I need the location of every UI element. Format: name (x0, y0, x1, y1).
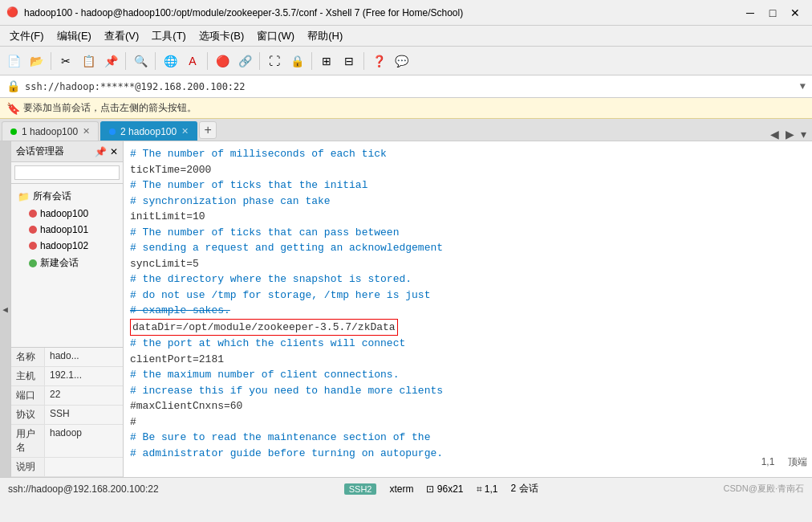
sidebar-header-icons: 📌 ✕ (95, 146, 118, 157)
line-7: # sending a request and getting an ackno… (130, 242, 443, 254)
font-button[interactable]: A (182, 51, 203, 71)
prop-host-row: 主机 192.1... (11, 367, 123, 386)
line-19: # Be sure to read the maintenance sectio… (130, 431, 430, 443)
hadoop102-status-dot (29, 242, 37, 250)
find-button[interactable]: 🔍 (130, 51, 151, 71)
title-text: hadoop100 - hadoop@hadoop100:/opt/module… (24, 7, 740, 18)
reconnect-button[interactable]: 🔗 (234, 51, 255, 71)
watermark-text: CSDN@夏殿·青南石 (724, 483, 804, 495)
cursor-position-display: 1,1 顶端 (761, 455, 807, 469)
sidebar-group-label: 所有会话 (33, 190, 71, 203)
separator3 (155, 52, 156, 70)
terminal[interactable]: # The number of milliseconds of each tic… (124, 141, 812, 477)
search-input[interactable] (14, 165, 120, 180)
tab2-close-icon[interactable]: ✕ (181, 126, 189, 137)
compose-button[interactable]: 💬 (391, 51, 412, 71)
line-17: #maxClientCnxns=60 (130, 400, 242, 412)
cursor-status-text: ⌗ 1,1 (477, 483, 498, 495)
grid-button[interactable]: ⊞ (316, 51, 337, 71)
new-session-button[interactable]: 📄 (3, 51, 24, 71)
line-20: # administrator guide before turning on … (130, 447, 443, 459)
prop-port-label: 端口 (11, 386, 45, 405)
tab-1[interactable]: 1 hadoop100 ✕ (2, 121, 99, 141)
separator6 (311, 52, 312, 70)
menu-window[interactable]: 窗口(W) (250, 27, 301, 45)
menu-help[interactable]: 帮助(H) (301, 27, 349, 45)
tab1-label: 1 hadoop100 (22, 126, 78, 137)
sidebar-item-hadoop101-label: hadoop101 (40, 224, 88, 235)
protocol-badge: SSH2 (344, 483, 377, 495)
sidebar-item-hadoop100[interactable]: hadoop100 (11, 206, 123, 222)
copy-button[interactable]: 📋 (78, 51, 99, 71)
sessions-count: 2 会话 (511, 482, 538, 495)
prop-host-value: 192.1... (45, 367, 123, 385)
line-12: dataDir=/opt/module/zookeeper-3.5.7/zkDa… (130, 321, 398, 333)
menu-file[interactable]: 文件(F) (3, 27, 51, 45)
status-right: CSDN@夏殿·青南石 (724, 483, 804, 495)
status-address: ssh://hadoop@192.168.200.100:22 (8, 483, 159, 495)
sidebar-item-new-session-label: 新建会话 (40, 256, 79, 270)
cut-button[interactable]: ✂ (55, 51, 76, 71)
new-session-status-dot (29, 259, 37, 267)
prop-protocol-label: 协议 (11, 406, 45, 424)
menu-tabs[interactable]: 选项卡(B) (193, 27, 250, 45)
address-dropdown-icon[interactable]: ▼ (800, 81, 806, 92)
new-tab-button[interactable]: + (199, 121, 217, 139)
connect-button[interactable]: 🌐 (160, 51, 181, 71)
open-button[interactable]: 📂 (26, 51, 47, 71)
pin-icon[interactable]: 📌 (95, 146, 107, 157)
sidebar-item-new-session[interactable]: 新建会话 (11, 254, 123, 272)
menu-view[interactable]: 查看(V) (98, 27, 145, 45)
paste-button[interactable]: 📌 (100, 51, 121, 71)
prop-desc-value (45, 458, 123, 476)
lock-button[interactable]: 🔒 (286, 51, 307, 71)
line-5: initLimit=10 (130, 210, 205, 222)
line-2: tickTime=2000 (130, 164, 211, 176)
properties-panel: 名称 hado... 主机 192.1... 端口 22 协议 SSH 用户名 … (11, 347, 123, 477)
tab-menu-icon[interactable]: ▾ (798, 128, 809, 141)
sidebar-item-hadoop101[interactable]: hadoop101 (11, 222, 123, 238)
disconnect-button[interactable]: 🔴 (212, 51, 233, 71)
line-4: # synchronization phase can take (130, 195, 331, 207)
title-bar: 🔴 hadoop100 - hadoop@hadoop100:/opt/modu… (0, 0, 812, 26)
prop-protocol-row: 协议 SSH (11, 406, 123, 425)
sidebar-header: 会话管理器 📌 ✕ (11, 141, 123, 162)
terminal-content: # The number of milliseconds of each tic… (124, 141, 812, 466)
sidebar-group-all[interactable]: 📁 所有会话 (11, 187, 123, 206)
prop-desc-row: 说明 (11, 458, 123, 477)
sidebar-search (11, 162, 123, 184)
tab-prev-icon[interactable]: ◀ (768, 128, 782, 141)
minimize-button[interactable]: ─ (740, 2, 761, 23)
tab2-label: 2 hadoop100 (120, 126, 177, 137)
sidebar-collapse-arrow[interactable]: ◀ (0, 141, 11, 477)
close-button[interactable]: ✕ (785, 2, 806, 23)
tab-next-icon[interactable]: ▶ (783, 128, 797, 141)
info-bar: 🔖 要添加当前会话，点击左侧的箭头按钮。 (0, 98, 812, 119)
prop-username-value: hadoop (45, 425, 123, 457)
line-9: # the directory where the snapshot is st… (130, 273, 412, 285)
sidebar-item-hadoop100-label: hadoop100 (40, 208, 88, 219)
tab-bar: 1 hadoop100 ✕ 2 hadoop100 ✕ + ◀ ▶ ▾ (0, 119, 812, 141)
tab1-close-icon[interactable]: ✕ (83, 126, 90, 137)
maximize-button[interactable]: □ (762, 2, 783, 23)
content-wrapper: ◀ 会话管理器 📌 ✕ 📁 所有会话 hadoop100 hadoop101 (0, 141, 812, 477)
fullscreen-button[interactable]: ⛶ (264, 51, 285, 71)
help-button[interactable]: ❓ (368, 51, 389, 71)
datadir-highlight: dataDir=/opt/module/zookeeper-3.5.7/zkDa… (130, 319, 398, 336)
menu-edit[interactable]: 编辑(E) (51, 27, 98, 45)
cursor-status-icon: ⌗ (477, 483, 482, 495)
tab1-dot (10, 128, 17, 135)
sidebar-title: 会话管理器 (16, 145, 64, 158)
encoding-text: xterm (389, 483, 413, 495)
sidebar-item-hadoop102[interactable]: hadoop102 (11, 238, 123, 254)
separator1 (51, 52, 51, 70)
tab-2[interactable]: 2 hadoop100 ✕ (100, 121, 197, 141)
prop-name-value: hado... (45, 348, 123, 366)
address-bar: 🔒 ssh://hadoop:******@192.168.200.100:22… (0, 75, 812, 98)
line-6: # The number of ticks that can pass betw… (130, 226, 399, 239)
window-controls: ─ □ ✕ (740, 2, 806, 23)
line-13: # the port at which the clients will con… (130, 337, 405, 349)
split-button[interactable]: ⊟ (339, 51, 359, 71)
sidebar-close-icon[interactable]: ✕ (110, 146, 118, 157)
menu-tools[interactable]: 工具(T) (145, 27, 193, 45)
